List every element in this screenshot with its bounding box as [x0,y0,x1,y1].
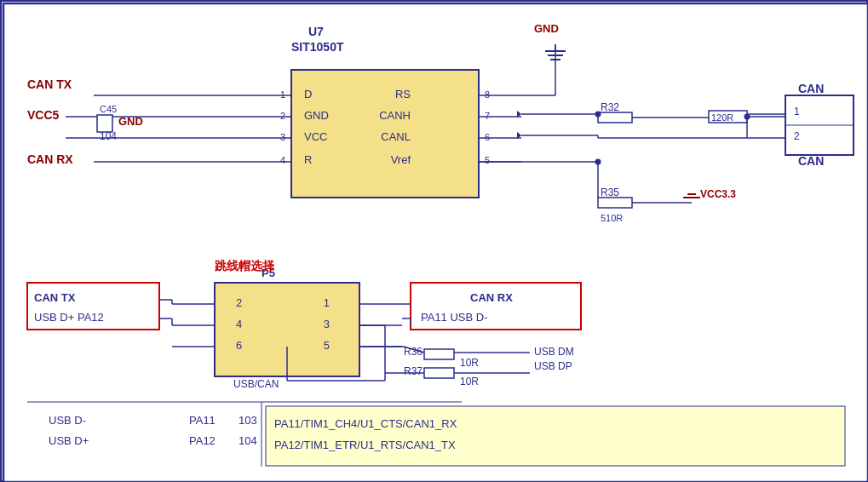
can-pin1: 1 [794,106,800,118]
svg-text:1: 1 [280,89,285,100]
usb-dm-label: USB DM [534,346,574,358]
svg-text:7: 7 [485,111,490,121]
u7-part: SIT1050T [291,40,344,54]
u7-pin-vcc: VCC [304,130,327,143]
u7-pin-canh: CANH [379,109,411,122]
svg-text:5: 5 [485,155,490,165]
u7-label: U7 [308,25,324,38]
u7-pin-d: D [304,88,312,100]
u7-pin-canl: CANL [381,130,411,143]
svg-text:6: 6 [485,132,490,142]
can-connector-label-bot: CAN [798,154,824,168]
svg-text:4: 4 [280,155,285,165]
vcc33-label: VCC3.3 [700,188,736,200]
p5-pin2: 2 [236,296,242,309]
c45-label: C45 [100,104,117,114]
can-rx-box-label: CAN RX [470,291,513,304]
schematic-diagram: U7 SIT1050T D GND VCC R RS CANH CANL Vre… [0,0,868,482]
usb-dp-label: USB DP [534,360,572,372]
pa12-bottom: PA12 [189,434,216,447]
can-tx-box-label: CAN TX [34,291,76,304]
resistor-120r-label: 120R [711,112,733,123]
r32-label: R32 [601,101,619,113]
p5-pin3: 3 [324,318,330,330]
u7-pin-vref: Vref [391,153,411,166]
label-104-top: 104 [100,130,117,142]
svg-rect-53 [97,115,112,132]
svg-text:2: 2 [280,111,285,121]
r37-label: R37 [404,365,423,377]
p5-pin1: 1 [324,296,330,309]
p5-pin6: 6 [236,339,242,352]
r35-label: R35 [601,186,619,198]
svg-text:3: 3 [280,132,285,142]
u7-pin-rs: RS [395,88,411,100]
can-connector-label-top: CAN [798,82,824,95]
num104-bottom: 104 [239,434,257,447]
svg-text:8: 8 [485,89,490,100]
usb-dp-bottom: USB D+ [49,434,89,447]
jumper-label: 跳线帽选择 [215,259,275,273]
resistor-10r-dm-label: 10R [460,357,479,369]
can-pin2: 2 [794,130,800,142]
vcc5-label: VCC5 [27,108,60,122]
svg-rect-87 [266,406,845,466]
pa11-usb-dm-label: PA11 USB D- [421,311,488,324]
usb-dm-bottom: USB D- [49,414,86,427]
usb-can-label: USB/CAN [233,378,279,390]
svg-rect-29 [598,112,632,123]
resistor-10r-dp-label: 10R [460,376,479,387]
svg-point-42 [595,159,601,165]
svg-rect-40 [598,198,632,208]
info-text2: PA12/TIM1_ETR/U1_RTS/CAN1_TX [274,439,456,451]
gnd-power-label: GND [534,22,559,35]
usb-dp-pa12-label: USB D+ PA12 [34,311,104,324]
u7-pin-r: R [304,153,312,166]
info-text1: PA11/TIM1_CH4/U1_CTS/CAN1_RX [274,417,457,430]
u7-pin-gnd: GND [304,109,329,122]
num103-bottom: 103 [239,414,257,427]
resistor-510r-label: 510R [601,213,623,223]
svg-rect-74 [424,349,454,359]
p5-pin4: 4 [236,318,242,330]
p5-pin5: 5 [324,339,330,352]
can-tx-top-label: CAN TX [27,77,72,91]
can-rx-top-label: CAN RX [27,152,73,166]
svg-rect-78 [424,368,454,378]
pa11-bottom: PA11 [189,414,216,427]
